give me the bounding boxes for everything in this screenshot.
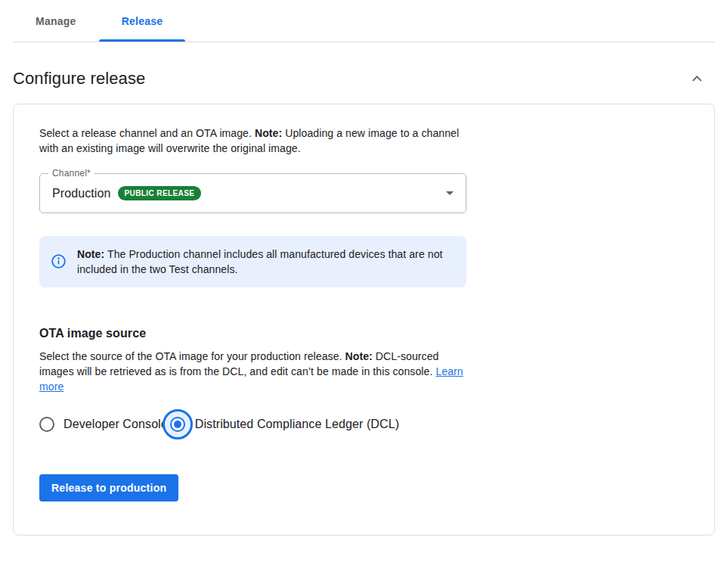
- production-note-text: Note: The Production channel includes al…: [77, 247, 451, 277]
- release-to-production-button[interactable]: Release to production: [39, 474, 178, 501]
- radio-option-developer-console[interactable]: Developer Console: [39, 417, 168, 432]
- radio-unselected-icon[interactable]: [39, 417, 54, 432]
- note-bold: Note:: [77, 248, 104, 260]
- ota-source-heading: OTA image source: [39, 327, 689, 340]
- tab-release-label: Release: [122, 15, 163, 27]
- channel-select[interactable]: Channel* Production PUBLIC RELEASE: [39, 173, 466, 213]
- ota-desc-pre: Select the source of the OTA image for y…: [39, 350, 345, 362]
- radio-dot: [174, 421, 181, 428]
- radio-selected-icon[interactable]: [170, 417, 185, 432]
- caret-down-icon: [446, 191, 454, 195]
- intro-text: Select a release channel and an OTA imag…: [39, 126, 466, 156]
- channel-select-value: Production: [52, 187, 111, 200]
- info-icon: [39, 247, 77, 277]
- ota-desc-note: Note:: [345, 350, 373, 362]
- chevron-up-icon: [689, 70, 705, 87]
- channel-select-label: Channel*: [48, 168, 94, 179]
- radio-focus-ring: [163, 409, 193, 439]
- tab-release[interactable]: Release: [99, 0, 186, 42]
- configure-release-card: Select a release channel and an OTA imag…: [13, 104, 715, 536]
- collapse-section-button[interactable]: [686, 68, 708, 89]
- ota-source-radio-group: Developer Console Distributed Compliance…: [39, 409, 689, 439]
- ota-source-description: Select the source of the OTA image for y…: [39, 349, 466, 394]
- note-body: The Production channel includes all manu…: [77, 248, 443, 275]
- tab-bar: Manage Release: [13, 0, 715, 42]
- radio-option-dcl[interactable]: Distributed Compliance Ledger (DCL): [168, 409, 399, 439]
- radio-label-developer-console: Developer Console: [64, 418, 168, 431]
- intro-text-pre: Select a release channel and an OTA imag…: [39, 127, 255, 139]
- public-release-badge: PUBLIC RELEASE: [118, 186, 202, 200]
- intro-text-note: Note:: [255, 127, 282, 139]
- page-title: Configure release: [13, 69, 145, 88]
- tab-manage-label: Manage: [36, 15, 76, 27]
- radio-label-dcl: Distributed Compliance Ledger (DCL): [195, 418, 399, 431]
- production-note-box: Note: The Production channel includes al…: [39, 236, 466, 287]
- tab-manage[interactable]: Manage: [13, 0, 99, 42]
- section-header: Configure release: [13, 68, 715, 89]
